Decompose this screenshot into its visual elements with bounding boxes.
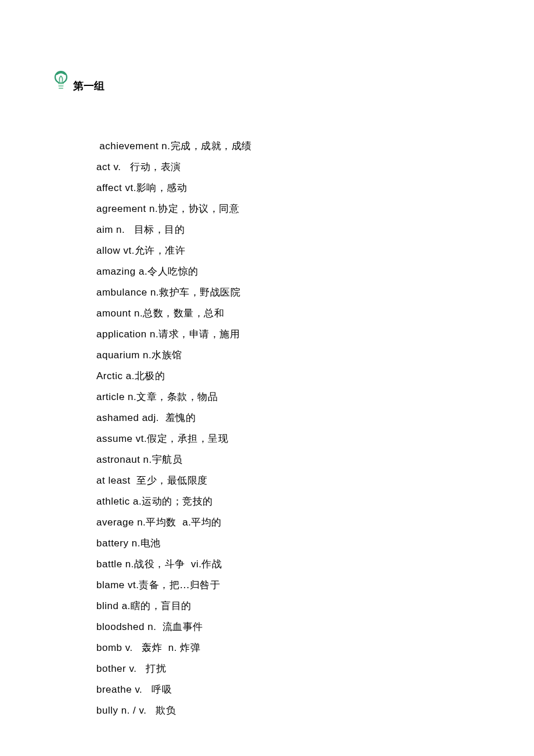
vocab-entry: achievement n.完成，成就，成绩 [96,136,482,157]
vocab-entry: affect vt.影响，感动 [96,178,482,199]
entry-definition: 至少，最低限度 [136,475,208,486]
entry-term: allow vt. [96,245,135,256]
entry-definition: 责备，把…归咎于 [139,579,220,591]
vocab-entry: Arctic a.北极的 [96,366,482,387]
entry-definition: 令人吃惊的 [147,266,199,277]
vocab-entry: amount n.总数，数量，总和 [96,303,482,324]
vocab-entry: bother v. 打扰 [96,658,482,679]
vocab-entry: allow vt.允许，准许 [96,240,482,261]
vocab-entry: athletic a.运动的；竞技的 [96,491,482,512]
entry-term: affect vt. [96,182,136,193]
vocab-entry: bully n. / v. 欺负 [96,700,482,721]
entry-term: athletic a. [96,496,142,507]
entry-definition: 羞愧的 [165,412,196,423]
page: 第一组 achievement n.完成，成就，成绩act v. 行动，表演af… [0,0,534,756]
entry-term-2: a. [176,517,192,528]
entry-term: act v. [96,161,130,172]
vocab-entry: battery n.电池 [96,533,482,554]
entry-term: bloodshed n. [96,621,163,632]
vocab-entry: astronaut n.宇航员 [96,449,482,470]
vocab-entry: breathe v. 呼吸 [96,679,482,700]
lightbulb-icon [52,70,70,94]
entry-definition: 影响，感动 [136,182,187,193]
entry-term: bother v. [96,663,146,674]
entry-definition: 文章，条款，物品 [136,391,218,402]
entry-definition: 宇航员 [152,454,183,465]
entry-term: application n. [96,329,158,340]
vocab-entry: assume vt.假定，承担，呈现 [96,429,482,449]
entry-term: aquarium n. [96,350,151,361]
entry-term: amazing a. [96,266,147,277]
entry-definition: 轰炸 [142,642,162,653]
entry-definition: 北极的 [135,370,165,381]
entry-definition: 完成，成就，成绩 [171,141,252,152]
entry-term: bully n. / v. [96,705,156,716]
entry-term: average n. [96,517,146,528]
entry-definition: 流血事件 [163,621,203,632]
entry-term: bomb v. [96,642,142,653]
entry-definition: 允许，准许 [135,245,186,256]
entry-term: astronaut n. [96,454,152,465]
entry-definition-2: 炸弹 [180,642,200,653]
vocab-entry: average n.平均数 a.平均的 [96,512,482,533]
vocab-entry: battle n.战役，斗争 vi.作战 [96,554,482,575]
entry-term: ambulance n. [96,287,159,298]
vocab-entry: aim n. 目标，目的 [96,219,482,240]
entry-definition: 电池 [140,538,161,549]
entry-definition: 运动的；竞技的 [142,496,213,507]
vocab-entry: bloodshed n. 流血事件 [96,617,482,638]
entry-definition: 目标，目的 [134,224,185,235]
header: 第一组 [52,70,482,94]
vocab-entry: ambulance n.救护车，野战医院 [96,282,482,303]
entry-term: amount n. [96,308,143,319]
vocab-entry: blind a.瞎的，盲目的 [96,596,482,617]
entry-term-2: n. [162,642,180,653]
entry-term: Arctic a. [96,370,135,381]
entry-term: article n. [96,391,136,402]
entry-definition: 协定，协议，同意 [158,203,239,214]
entry-term: breathe v. [96,684,151,695]
entry-definition: 呼吸 [151,684,172,695]
entry-term: battery n. [96,538,140,549]
entry-term: blind a. [96,600,131,611]
entry-term: battle n. [96,559,134,570]
entry-definition: 假定，承担，呈现 [147,433,228,444]
entry-term: blame vt. [96,579,139,591]
vocab-entry: blame vt.责备，把…归咎于 [96,575,482,596]
entry-definition: 战役，斗争 [134,559,185,570]
entry-term-2: vi. [185,559,202,570]
entry-term: achievement n. [96,141,171,152]
vocab-entry: amazing a.令人吃惊的 [96,261,482,282]
entry-term: agreement n. [96,203,158,214]
entry-definition: 请求，申请，施用 [158,329,240,340]
entry-term: assume vt. [96,433,147,444]
entry-definition: 瞎的，盲目的 [131,600,192,611]
entry-definition-2: 平均的 [191,517,222,528]
entry-definition: 救护车，野战医院 [159,287,240,298]
entry-definition: 欺负 [156,705,176,716]
group-title: 第一组 [73,79,104,94]
entry-definition: 总数，数量，总和 [143,308,224,319]
entry-definition: 行动，表演 [130,161,181,172]
entry-definition-2: 作战 [201,559,222,570]
vocab-entry: article n.文章，条款，物品 [96,387,482,408]
vocab-entry: aquarium n.水族馆 [96,345,482,366]
vocabulary-list: achievement n.完成，成就，成绩act v. 行动，表演affect… [52,136,482,721]
entry-definition: 水族馆 [151,350,182,361]
vocab-entry: bomb v. 轰炸 n. 炸弹 [96,638,482,658]
entry-definition: 打扰 [146,663,166,674]
entry-term: at least [96,475,136,486]
entry-term: ashamed adj. [96,412,165,423]
vocab-entry: application n.请求，申请，施用 [96,324,482,345]
vocab-entry: ashamed adj. 羞愧的 [96,408,482,429]
vocab-entry: at least 至少，最低限度 [96,470,482,491]
entry-term: aim n. [96,224,134,235]
vocab-entry: act v. 行动，表演 [96,157,482,178]
vocab-entry: agreement n.协定，协议，同意 [96,199,482,219]
entry-definition: 平均数 [146,517,176,528]
